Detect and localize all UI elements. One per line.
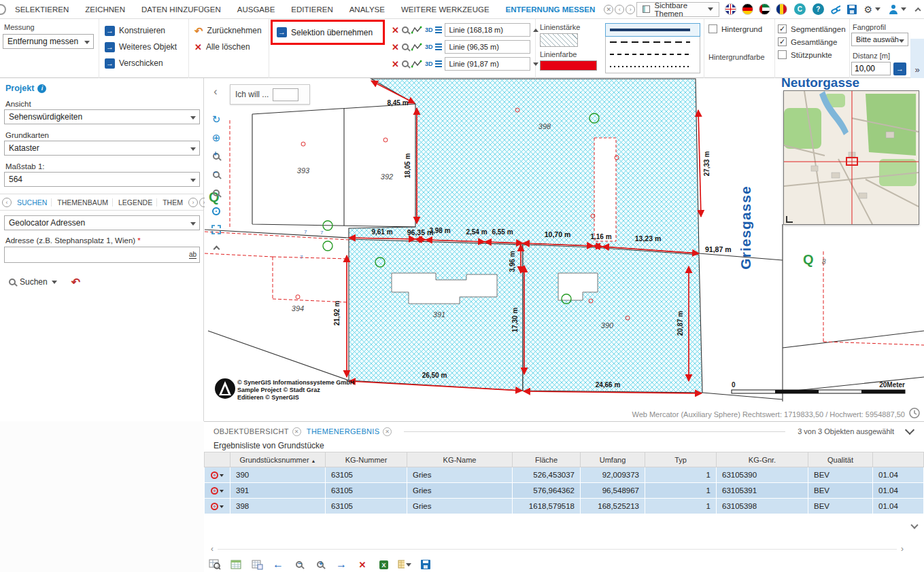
line-style-option-solid[interactable]: [606, 24, 700, 36]
gesamtlaenge-checkbox-row[interactable]: ✓ Gesamtlänge: [778, 37, 837, 46]
highlight-target-icon[interactable]: [211, 487, 218, 495]
zoom-window-icon[interactable]: [208, 185, 224, 200]
save-table-icon[interactable]: [419, 558, 432, 571]
measurement-entry[interactable]: Linie (91,87 m): [445, 57, 530, 71]
refresh-icon[interactable]: ↻: [208, 111, 224, 127]
hintergrund-checkbox-row[interactable]: Hintergrund: [708, 24, 762, 33]
3d-icon[interactable]: 3D: [425, 60, 433, 67]
tab-suchen[interactable]: SUCHEN: [13, 198, 52, 207]
center-map-icon[interactable]: [208, 203, 224, 219]
3d-icon[interactable]: 3D: [425, 26, 433, 33]
delete-measurement-icon[interactable]: ✕: [392, 60, 399, 69]
details-list-icon[interactable]: [435, 60, 442, 67]
ich-will-input[interactable]: [273, 88, 298, 101]
language-flag-ae-icon[interactable]: [759, 3, 770, 15]
polyline-icon[interactable]: [411, 42, 422, 52]
header-flaeche[interactable]: Fläche: [513, 452, 581, 467]
header-kg-nummer[interactable]: KG-Nummer: [326, 452, 407, 467]
konstruieren-button[interactable]: → Konstruieren: [102, 23, 168, 38]
user-account-icon[interactable]: [889, 5, 898, 14]
tab-scroll-left-icon[interactable]: ‹: [615, 5, 624, 14]
tab-themen-cut[interactable]: THEM: [158, 198, 187, 207]
header-kg-gnr[interactable]: KG-Gnr.: [717, 452, 808, 467]
sichtbare-themen-dropdown[interactable]: Sichtbare Themen: [636, 2, 719, 17]
collapse-ribbon-icon[interactable]: [914, 7, 921, 13]
verschicken-button[interactable]: → Verschicken: [102, 56, 166, 71]
gesamtlaenge-checkbox[interactable]: ✓: [778, 37, 787, 46]
delete-measurement-icon[interactable]: ✕: [392, 43, 399, 52]
spellcheck-icon[interactable]: ab: [189, 251, 196, 259]
full-extent-icon[interactable]: [208, 221, 224, 237]
table-row[interactable]: 391 63105 Gries 576,964362 96,548967 1 6…: [205, 483, 924, 499]
zoom-out-selection-icon[interactable]: −: [292, 558, 306, 571]
highlight-target-icon[interactable]: [211, 471, 218, 479]
gear-menu-chevron-icon[interactable]: [875, 7, 880, 11]
zoom-to-measurement-icon[interactable]: [402, 43, 409, 50]
stuetzpunkte-checkbox-row[interactable]: Stützpunkte: [778, 50, 832, 59]
segmentlaengen-checkbox[interactable]: ✓: [778, 24, 787, 33]
history-clock-icon[interactable]: [908, 407, 921, 419]
line-style-option-dashed[interactable]: [606, 36, 700, 48]
gear-icon[interactable]: ⚙: [863, 5, 872, 14]
globe-icon[interactable]: ⊕: [208, 130, 224, 145]
menu-selektieren[interactable]: SELEKTIEREN: [7, 5, 76, 14]
scroll-down-icon[interactable]: [910, 521, 918, 529]
grundkarten-dropdown[interactable]: Kataster: [4, 141, 200, 156]
new-table-icon[interactable]: [250, 558, 264, 571]
previous-record-icon[interactable]: ←: [271, 558, 285, 571]
menu-zeichnen[interactable]: ZEICHNEN: [78, 5, 133, 14]
zoom-to-selection-icon[interactable]: +: [313, 558, 327, 571]
zoom-to-measurement-icon[interactable]: [402, 26, 409, 33]
highlight-target-icon[interactable]: [211, 503, 218, 510]
alle-loeschen-button[interactable]: ✕ Alle löschen: [192, 39, 253, 54]
collapse-sidebar-icon[interactable]: ‹: [208, 84, 223, 99]
massstab-combo[interactable]: 564: [4, 172, 200, 187]
row-menu-chevron-icon[interactable]: [220, 474, 224, 477]
user-menu-chevron-icon[interactable]: [901, 7, 906, 11]
table-row[interactable]: 390 63105 Gries 526,453037 92,009373 1 6…: [205, 467, 924, 483]
language-flag-ro-icon[interactable]: [776, 3, 787, 15]
overview-map[interactable]: [783, 90, 919, 225]
segmentlaengen-checkbox-row[interactable]: ✓ Segmentlängen: [778, 24, 846, 33]
menu-daten-hinzufuegen[interactable]: DATEN HINZUFÜGEN: [134, 5, 228, 14]
details-list-icon[interactable]: [435, 26, 442, 33]
measurement-entry[interactable]: Linie (96,35 m): [445, 40, 530, 54]
polyline-icon[interactable]: [411, 59, 422, 69]
ansicht-dropdown[interactable]: Sehenswürdigkeiten: [4, 109, 200, 124]
stuetzpunkte-checkbox[interactable]: [778, 50, 787, 59]
tab-themenergebnis[interactable]: THEMENERGEBNIS ✕: [307, 427, 392, 436]
ich-will-widget[interactable]: Ich will ...: [230, 84, 310, 105]
close-tab-icon[interactable]: ✕: [292, 427, 301, 436]
row-menu-chevron-icon[interactable]: [220, 505, 224, 508]
measurement-entry[interactable]: Linie (168,18 m): [445, 23, 530, 37]
line-style-listbox[interactable]: [605, 23, 700, 73]
close-tab-icon[interactable]: ✕: [383, 427, 392, 436]
save-icon[interactable]: [847, 5, 857, 14]
tab-scroll-right-icon[interactable]: ›: [626, 5, 635, 14]
adresse-input[interactable]: ab: [4, 247, 200, 263]
row-actions[interactable]: [205, 499, 230, 514]
zuruecknehmen-button[interactable]: ↶ Zurücknehmen: [192, 23, 264, 38]
header-qualitaet[interactable]: Qualität: [808, 452, 873, 467]
distanz-apply-button[interactable]: →: [893, 62, 906, 75]
help-icon[interactable]: ?: [812, 3, 824, 15]
export-excel-icon[interactable]: X: [377, 558, 390, 571]
zoom-out-icon[interactable]: −: [208, 166, 224, 182]
linienstaerke-preview[interactable]: [540, 33, 578, 47]
3d-icon[interactable]: 3D: [425, 43, 433, 50]
weiteres-objekt-button[interactable]: → Weiteres Objekt: [102, 39, 179, 54]
table-row[interactable]: 398 63105 Gries 1618,579518 168,525213 1…: [205, 499, 924, 514]
distanz-input[interactable]: [851, 62, 891, 75]
delete-measurement-icon[interactable]: ✕: [392, 26, 399, 35]
messung-dropdown[interactable]: Entfernung messen: [3, 34, 94, 49]
zoom-to-measurement-icon[interactable]: [402, 60, 409, 67]
language-flag-en-icon[interactable]: [725, 3, 736, 15]
tab-legende[interactable]: LEGENDE: [114, 198, 157, 207]
suchen-button[interactable]: Suchen: [4, 275, 62, 289]
overview-resize-handle[interactable]: [787, 216, 793, 222]
clear-selection-icon[interactable]: ✕: [356, 558, 369, 571]
find-in-table-icon[interactable]: [208, 558, 222, 571]
linienfarbe-swatch[interactable]: [540, 60, 597, 71]
row-menu-chevron-icon[interactable]: [220, 490, 224, 493]
tabs-scroll-left-icon[interactable]: ‹: [2, 198, 12, 207]
